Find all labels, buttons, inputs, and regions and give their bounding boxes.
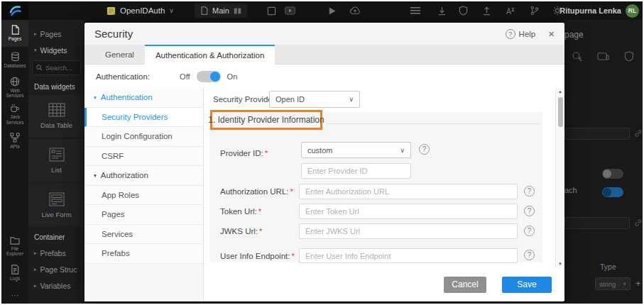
video-tutorials-icon[interactable] (284, 5, 295, 16)
scroll-down-icon[interactable]: ▼ (556, 262, 564, 266)
tab-general[interactable]: General (94, 45, 145, 65)
page-tab-label: Main (212, 6, 229, 15)
toggle-knob (210, 72, 220, 82)
nav-item-prefabs[interactable]: Prefabs (84, 244, 203, 264)
user-name: Ritupurna Lenka (560, 6, 621, 15)
content-scrollbar[interactable]: ▲ ▼ (555, 88, 564, 267)
deploy-cloud-icon[interactable] (349, 5, 361, 16)
run-preview-icon[interactable] (327, 5, 338, 16)
help-icon[interactable]: ? (524, 186, 535, 196)
required-asterisk: * (265, 149, 268, 157)
token-url-label: Token Url:* (220, 207, 261, 216)
nav-item-login-configuration[interactable]: Login Configuration (84, 127, 203, 147)
user-menu[interactable]: Ritupurna Lenka RL (560, 1, 639, 20)
security-provider-select[interactable]: Open ID ∨ (269, 91, 360, 108)
tab-authentication-authorization[interactable]: Authentication & Authorization (145, 45, 275, 65)
authorization-url-input[interactable] (299, 184, 518, 199)
rail-item-databases[interactable]: Databases (1, 47, 28, 74)
nav-item-app-roles[interactable]: App Roles (84, 186, 203, 206)
rail-item-apis[interactable]: APIs (1, 128, 28, 155)
rail-item-java-services[interactable]: Java Services (1, 101, 28, 128)
nav-item-csrf[interactable]: CSRF (84, 147, 203, 167)
wavemaker-logo-icon[interactable] (1, 1, 28, 20)
property-toggle-on[interactable] (602, 187, 623, 197)
provider-id-input[interactable] (301, 163, 411, 179)
widget-tile-live-form[interactable]: Live Form (28, 184, 84, 226)
chevron-down-icon: ∨ (169, 7, 174, 14)
help-icon[interactable]: ? (524, 226, 535, 236)
cancel-button[interactable]: Cancel (444, 277, 486, 293)
dialog-title: Security (94, 28, 133, 40)
pages-icon (11, 25, 20, 35)
provider-id-select[interactable]: custom ∨ (301, 142, 411, 158)
zoom-inspect-icon[interactable] (572, 51, 584, 64)
close-icon[interactable]: × (548, 28, 555, 39)
scrollbar-thumb[interactable] (558, 97, 563, 127)
nav-section-authorization[interactable]: ▾ Authorization (84, 166, 203, 186)
widget-tile-list[interactable]: List (28, 139, 84, 182)
explorer-section-variables[interactable]: ▸ Variables (28, 277, 84, 294)
triangle-right-icon: ▸ (34, 250, 37, 256)
nav-item-services[interactable]: Services (84, 225, 203, 245)
canvas-size-icon[interactable] (266, 5, 277, 16)
explorer-section-pages[interactable]: ▸ Pages (28, 26, 84, 42)
download-icon[interactable] (436, 5, 447, 16)
rail-item-logs[interactable]: Logs (1, 260, 28, 287)
folder-icon (10, 236, 20, 245)
security-shield-icon[interactable] (624, 51, 637, 64)
bind-link-icon[interactable] (634, 218, 643, 228)
rail-more-button[interactable]: ⋯ (1, 287, 28, 304)
token-url-input[interactable] (299, 204, 518, 219)
add-variable-button[interactable]: + (635, 278, 641, 289)
scroll-up-icon[interactable]: ▲ (556, 89, 564, 94)
authentication-toggle[interactable] (197, 71, 221, 82)
property-input[interactable] (564, 128, 630, 140)
help-icon[interactable]: ? (524, 206, 535, 216)
nav-item-security-providers[interactable]: Security Providers (84, 108, 203, 128)
dialog-tab-bar: General Authentication & Authorization (84, 45, 564, 65)
widget-search-input[interactable]: Search... (32, 60, 81, 75)
page-tab-main[interactable]: Main (195, 4, 247, 18)
question-circle-icon: ? (506, 29, 515, 39)
explorer-section-prefabs[interactable]: ▸ Prefabs (28, 245, 84, 261)
triangle-right-icon: ▸ (34, 283, 37, 289)
help-button[interactable]: ? Help (506, 29, 536, 39)
dialog-content: Security Provider: Open ID ∨ 1. Identity… (204, 88, 564, 267)
help-icon[interactable]: ? (524, 250, 535, 260)
property-input[interactable] (564, 217, 630, 229)
upload-icon[interactable] (481, 5, 492, 16)
widget-tile-data-table[interactable]: Data Table (28, 94, 84, 137)
property-toggle-off[interactable] (602, 169, 623, 179)
rail-item-pages[interactable]: Pages (1, 20, 28, 47)
apis-nodes-icon (10, 133, 20, 143)
jwks-url-input[interactable] (299, 223, 518, 239)
explorer-section-page-structure[interactable]: ▸ Page Struc (28, 261, 84, 277)
rail-item-file-explorer[interactable]: File Explorer (1, 233, 28, 260)
security-dialog: Security ? Help × General Authentication… (84, 23, 564, 301)
properties-panel: Mainpage ach Type string ∨ + (563, 20, 643, 304)
rail-item-web-services[interactable]: Web Services (1, 74, 28, 101)
device-preview-icon[interactable] (597, 52, 610, 65)
security-provider-label: Security Provider: (213, 95, 278, 104)
coffee-cup-icon (10, 104, 20, 113)
menu-list-icon[interactable] (410, 5, 421, 16)
data-table-icon (48, 103, 65, 117)
required-asterisk: * (290, 187, 293, 196)
left-icon-rail: Pages Databases Web Services Java Servic… (1, 20, 28, 304)
type-select[interactable]: string ∨ (595, 277, 631, 290)
save-button[interactable]: Save (502, 277, 552, 293)
user-info-endpoint-input[interactable] (299, 248, 518, 263)
project-name: OpenIDAuth (120, 6, 165, 15)
nav-item-pages[interactable]: Pages (84, 205, 203, 225)
jwks-url-label: JWKS Url:* (220, 227, 263, 235)
help-icon[interactable]: ? (419, 144, 430, 155)
authentication-toggle-label: Authentication: (96, 72, 150, 81)
shield-security-icon[interactable] (457, 5, 469, 16)
nav-section-authentication[interactable]: ▾ Authentication (84, 88, 203, 108)
localization-icon[interactable] (504, 5, 515, 16)
vcs-branch-icon[interactable] (528, 5, 540, 16)
bind-link-icon[interactable] (634, 129, 643, 138)
explorer-section-widgets[interactable]: ▾ Widgets (28, 42, 84, 58)
project-selector[interactable]: OpenIDAuth ∨ (107, 1, 174, 20)
required-asterisk: * (291, 252, 294, 260)
